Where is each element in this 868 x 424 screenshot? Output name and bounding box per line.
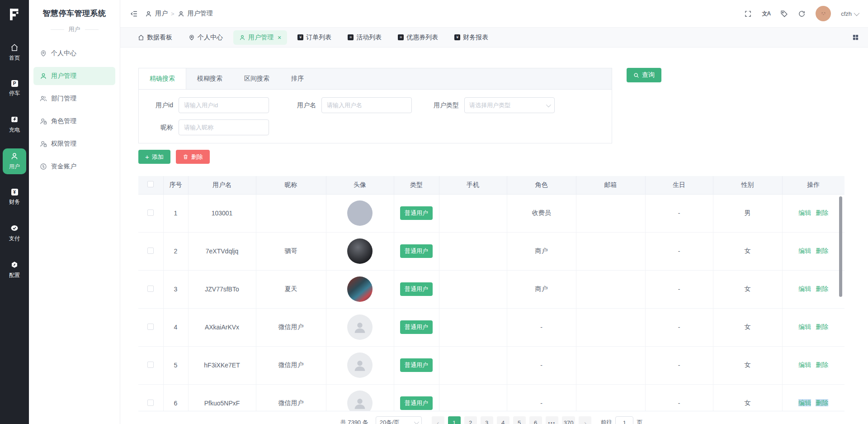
avatar xyxy=(347,314,373,340)
delete-link[interactable]: 删除 xyxy=(816,209,828,216)
chevron-down-icon xyxy=(546,102,551,107)
next-page-button[interactable]: › xyxy=(579,416,591,424)
user-id-input[interactable] xyxy=(179,97,269,113)
row-checkbox[interactable] xyxy=(147,286,154,292)
tab-user-management[interactable]: 用户管理 × xyxy=(233,30,287,45)
rail-item-label: 财务 xyxy=(9,198,20,206)
username-input[interactable] xyxy=(321,97,412,113)
breadcrumb: 用户 > 用户管理 xyxy=(145,10,213,18)
row-checkbox[interactable] xyxy=(147,210,154,216)
cell-username: AXkaiArKVx xyxy=(188,308,256,346)
select-all-checkbox[interactable] xyxy=(147,181,154,187)
tab-orders[interactable]: ¥ 订单列表 xyxy=(292,30,337,45)
collapse-sidebar-icon[interactable] xyxy=(130,10,138,18)
cell-index: 5 xyxy=(163,346,188,384)
top-header: 用户 > 用户管理 文A cfzh xyxy=(120,0,868,28)
tab-profile[interactable]: 个人中心 xyxy=(183,30,229,45)
table-toolbar: + 添加 删除 xyxy=(138,150,868,164)
row-checkbox[interactable] xyxy=(147,324,154,330)
tab-finance-report[interactable]: ¥ 财务报表 xyxy=(448,30,494,45)
sidebar-item-profile[interactable]: 个人中心 xyxy=(33,44,115,62)
table-scrollbar-thumb[interactable] xyxy=(839,196,842,297)
tab-activities[interactable]: ≡ 活动列表 xyxy=(342,30,387,45)
delete-link[interactable]: 删除 xyxy=(816,361,828,368)
rail-item-home[interactable]: 首页 xyxy=(3,40,26,66)
delete-link[interactable]: 删除 xyxy=(816,285,828,292)
close-icon[interactable]: × xyxy=(278,34,281,41)
edit-link[interactable]: 编辑 xyxy=(798,247,811,254)
translate-icon[interactable]: 文A xyxy=(762,10,770,18)
delete-link[interactable]: 删除 xyxy=(816,323,828,330)
sidebar-item-permission[interactable]: 权限管理 xyxy=(33,135,115,153)
page-button-1[interactable]: 1 xyxy=(448,416,461,424)
cell-gender: 女 xyxy=(713,346,782,384)
refresh-icon[interactable] xyxy=(798,10,806,18)
delete-link[interactable]: 删除 xyxy=(816,399,828,406)
row-checkbox[interactable] xyxy=(147,400,154,406)
cell-username: JZV77sfBTo xyxy=(188,270,256,308)
prev-page-button[interactable]: ‹ xyxy=(432,416,444,424)
search-tab-fuzzy[interactable]: 模糊搜索 xyxy=(186,68,233,89)
rail-item-user[interactable]: 用户 xyxy=(3,148,26,174)
delete-link[interactable]: 删除 xyxy=(816,247,828,254)
edit-link[interactable]: 编辑 xyxy=(798,361,811,368)
tab-options-grid-icon[interactable] xyxy=(852,34,859,41)
charging-icon xyxy=(10,115,19,124)
tab-label: 优惠券列表 xyxy=(406,33,438,42)
sidebar-item-label: 个人中心 xyxy=(51,49,76,57)
nickname-input[interactable] xyxy=(179,119,269,135)
search-tab-range[interactable]: 区间搜索 xyxy=(233,68,280,89)
user-icon xyxy=(10,152,19,160)
rail-item-config[interactable]: 配置 xyxy=(3,257,26,283)
edit-link[interactable]: 编辑 xyxy=(798,285,811,292)
user-avatar[interactable] xyxy=(816,6,831,21)
nickname-label: 昵称 xyxy=(139,124,179,132)
row-checkbox[interactable] xyxy=(147,362,154,368)
more-pages-button[interactable]: ••• xyxy=(546,416,558,424)
rail-item-label: 停车 xyxy=(9,90,20,97)
rail-item-payment[interactable]: 支付 xyxy=(3,220,26,246)
user-menu[interactable]: cfzh xyxy=(841,10,858,17)
edit-link[interactable]: 编辑 xyxy=(798,323,811,330)
edit-link[interactable]: 编辑 xyxy=(798,399,811,406)
cell-index: 3 xyxy=(163,270,188,308)
sidebar-item-role[interactable]: 角色管理 xyxy=(33,112,115,130)
edit-link[interactable]: 编辑 xyxy=(798,209,811,216)
sidebar-item-funds[interactable]: 资金账户 xyxy=(33,157,115,176)
payment-icon xyxy=(10,224,19,232)
page-button-5[interactable]: 5 xyxy=(513,416,526,424)
page-button-3[interactable]: 3 xyxy=(481,416,493,424)
search-tab-sort[interactable]: 排序 xyxy=(280,68,315,89)
col-actions: 操作 xyxy=(782,176,844,194)
page-button-6[interactable]: 6 xyxy=(529,416,542,424)
field-user-type: 用户类型 请选择用户类型 xyxy=(425,97,555,113)
goto-page-input[interactable] xyxy=(615,416,633,424)
tab-dashboard[interactable]: 数据看板 xyxy=(132,30,178,45)
sidebar-item-department[interactable]: 部门管理 xyxy=(33,90,115,108)
rail-item-finance[interactable]: ¥ 财务 xyxy=(3,185,26,210)
fullscreen-icon[interactable] xyxy=(744,10,752,18)
page-button-4[interactable]: 4 xyxy=(497,416,509,424)
rail-item-parking[interactable]: P 停车 xyxy=(3,76,26,101)
tab-coupons[interactable]: ≡ 优惠券列表 xyxy=(392,30,444,45)
plus-icon: + xyxy=(145,153,149,160)
page-button-2[interactable]: 2 xyxy=(464,416,477,424)
page-button-last[interactable]: 370 xyxy=(562,416,576,424)
query-button[interactable]: 查询 xyxy=(627,68,661,82)
search-tab-exact[interactable]: 精确搜索 xyxy=(139,68,186,89)
tag-icon[interactable] xyxy=(780,10,788,18)
breadcrumb-section[interactable]: 用户 xyxy=(155,10,168,18)
add-button[interactable]: + 添加 xyxy=(138,150,170,164)
breadcrumb-page[interactable]: 用户管理 xyxy=(188,10,213,18)
cell-username: hF3iXKe7ET xyxy=(188,346,256,384)
coin-icon xyxy=(40,163,47,170)
user-type-select[interactable]: 请选择用户类型 xyxy=(464,97,555,113)
page-size-select[interactable]: 20条/页 xyxy=(376,416,422,424)
sidebar-item-user-management[interactable]: 用户管理 xyxy=(33,67,115,85)
rail-item-charging[interactable]: 充电 xyxy=(3,112,26,138)
delete-button[interactable]: 删除 xyxy=(176,150,210,164)
user-icon xyxy=(40,72,47,80)
row-checkbox[interactable] xyxy=(147,248,154,254)
tab-label: 用户管理 xyxy=(248,33,274,42)
cell-email xyxy=(576,194,645,232)
